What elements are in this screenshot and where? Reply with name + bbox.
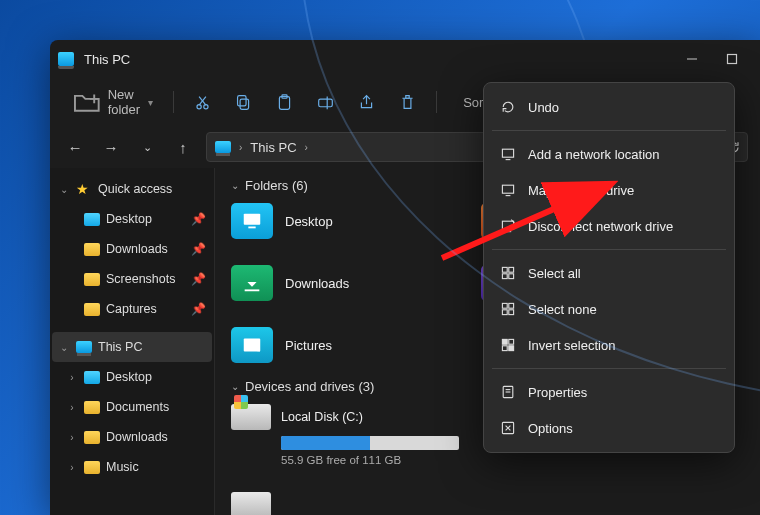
more-button[interactable]: ••• [585, 89, 625, 116]
view-button[interactable]: View▾ [514, 89, 581, 116]
svg-rect-41 [502, 339, 507, 344]
menu-add-network-location[interactable]: Add a network location [484, 136, 734, 172]
pictures-icon [231, 327, 273, 363]
svg-point-5 [204, 104, 208, 108]
svg-point-25 [247, 341, 251, 345]
menu-select-none[interactable]: Select none [484, 291, 734, 327]
svg-rect-18 [244, 214, 261, 225]
svg-line-50 [442, 188, 602, 258]
pin-icon: 📌 [191, 242, 206, 256]
svg-point-21 [505, 223, 509, 227]
sidebar-item-captures[interactable]: ›Captures📌 [52, 294, 212, 324]
svg-rect-26 [502, 149, 513, 157]
svg-rect-19 [248, 227, 255, 229]
rename-button[interactable] [307, 88, 344, 117]
svg-rect-38 [509, 303, 514, 308]
sidebar-item-documents[interactable]: ›Documents [52, 392, 212, 422]
svg-point-4 [197, 104, 201, 108]
cut-button[interactable] [184, 88, 221, 117]
folder-pictures[interactable]: Pictures [231, 327, 421, 363]
chevron-down-icon[interactable]: ⌄ [134, 141, 160, 154]
svg-rect-9 [238, 95, 247, 105]
svg-rect-44 [509, 346, 514, 351]
menu-properties[interactable]: Properties [484, 374, 734, 410]
drive-icon [231, 404, 271, 430]
copy-button[interactable] [225, 88, 262, 117]
svg-rect-12 [319, 99, 333, 107]
sidebar: ⌄★Quick access ›Desktop📌 ›Downloads📌 ›Sc… [50, 168, 215, 515]
menu-options[interactable]: Options [484, 410, 734, 446]
svg-rect-39 [502, 310, 507, 315]
context-menu: Undo Add a network location Map network … [483, 82, 735, 453]
menu-undo[interactable]: Undo [484, 89, 734, 125]
back-button[interactable]: ← [62, 139, 88, 156]
group-folders[interactable]: ⌄Folders (6) [231, 178, 744, 193]
folder-desktop[interactable]: Desktop [231, 203, 421, 239]
delete-button[interactable] [389, 88, 426, 117]
sidebar-item-this-pc[interactable]: ⌄This PC [52, 332, 212, 362]
drive-d[interactable]: 799 GB free of 800 GB [231, 492, 461, 515]
svg-rect-37 [502, 303, 507, 308]
chevron-down-icon[interactable]: ⌄ [691, 142, 699, 153]
sidebar-item-music[interactable]: ›Music [52, 452, 212, 482]
new-folder-button[interactable]: New folder ▾ [62, 81, 163, 123]
download-icon [231, 265, 273, 301]
refresh-button[interactable] [718, 132, 748, 162]
minimize-button[interactable] [672, 43, 712, 75]
forward-button[interactable]: → [98, 139, 124, 156]
chevron-down-icon: ▾ [148, 97, 153, 108]
sort-button[interactable]: Sort▾ [447, 89, 510, 116]
drive-c[interactable]: Local Disk (C:) 55.9 GB free of 111 GB [231, 404, 461, 466]
svg-marker-23 [498, 278, 507, 289]
this-pc-icon [58, 52, 74, 66]
sidebar-item-downloads[interactable]: ›Downloads [52, 422, 212, 452]
folder-downloads[interactable]: Downloads [231, 265, 421, 301]
sidebar-item-downloads[interactable]: ›Downloads📌 [52, 234, 212, 264]
pin-icon: 📌 [191, 302, 206, 316]
paste-button[interactable] [266, 88, 303, 117]
breadcrumb[interactable]: This PC [250, 140, 296, 155]
svg-rect-28 [502, 185, 513, 193]
svg-point-20 [496, 225, 500, 229]
svg-rect-1 [728, 55, 737, 64]
chevron-right-icon: › [239, 142, 242, 153]
music-icon [481, 203, 523, 239]
menu-map-network-drive[interactable]: Map network drive [484, 172, 734, 208]
svg-rect-40 [509, 310, 514, 315]
svg-rect-22 [245, 289, 260, 291]
folder-hidden[interactable] [481, 203, 671, 239]
menu-select-all[interactable]: Select all [484, 255, 734, 291]
svg-rect-34 [509, 267, 514, 272]
pin-icon: 📌 [191, 212, 206, 226]
svg-line-32 [511, 220, 514, 223]
nav-row: ← → ⌄ ↑ › This PC › ⌄ [50, 126, 760, 168]
desktop-icon [231, 203, 273, 239]
svg-rect-35 [502, 274, 507, 279]
svg-rect-30 [502, 221, 513, 229]
svg-rect-42 [509, 339, 514, 344]
sidebar-item-screenshots[interactable]: ›Screenshots📌 [52, 264, 212, 294]
chevron-right-icon: › [305, 142, 308, 153]
svg-rect-8 [240, 99, 249, 109]
this-pc-icon [215, 141, 231, 153]
svg-rect-36 [509, 274, 514, 279]
menu-disconnect-network-drive[interactable]: Disconnect network drive [484, 208, 734, 244]
sidebar-item-desktop[interactable]: ›Desktop [52, 362, 212, 392]
sidebar-item-desktop[interactable]: ›Desktop📌 [52, 204, 212, 234]
svg-rect-43 [502, 346, 507, 351]
svg-rect-33 [502, 267, 507, 272]
up-button[interactable]: ↑ [170, 139, 196, 156]
toolbar: New folder ▾ Sort▾ View▾ ••• [50, 78, 760, 126]
menu-invert-selection[interactable]: Invert selection [484, 327, 734, 363]
drive-icon [231, 492, 271, 515]
titlebar[interactable]: This PC [50, 40, 760, 78]
window-title: This PC [84, 52, 672, 67]
address-bar[interactable]: › This PC › ⌄ [206, 132, 708, 162]
share-button[interactable] [348, 88, 385, 117]
pin-icon: 📌 [191, 272, 206, 286]
maximize-button[interactable] [712, 43, 752, 75]
sidebar-item-quick-access[interactable]: ⌄★Quick access [52, 174, 212, 204]
